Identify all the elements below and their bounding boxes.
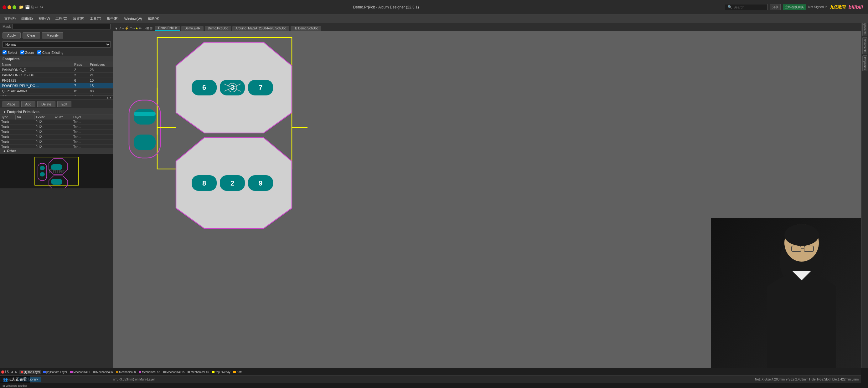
delete-button[interactable]: Delete	[37, 101, 55, 107]
layer-label-6: Mechanical 13	[142, 370, 160, 374]
right-tab-properties[interactable]: Properties	[862, 55, 867, 71]
tb-dot-icon[interactable]: •	[133, 27, 135, 30]
ft-pads-1: 2	[72, 73, 88, 77]
place-button[interactable]: Place	[2, 101, 20, 107]
tb-tag-icon[interactable]: ⊞	[146, 26, 149, 30]
tb-pencil-icon[interactable]: ✏	[139, 26, 142, 30]
magnify-button[interactable]: Magnify	[42, 32, 64, 38]
other-section-header[interactable]: ◄ Other	[0, 148, 113, 154]
tb-arc-icon[interactable]: ◠	[130, 26, 133, 30]
search-input[interactable]	[733, 5, 765, 9]
layer-mech6[interactable]: Mechanical 6	[92, 370, 114, 374]
ft-name-0: PANASONIC_D	[0, 67, 72, 72]
edit-button[interactable]: Edit	[57, 101, 71, 107]
layer-label-8: Mechanical 16	[191, 370, 209, 374]
layer-toplayer[interactable]: [1] Top Layer	[20, 370, 41, 374]
ft-name-1: PANASONIC_D - DU...	[0, 73, 72, 77]
pt-row-2[interactable]: Track 0.12... Top...	[0, 130, 113, 134]
nav-next[interactable]: ▶	[15, 370, 18, 374]
menu-project[interactable]: 工程(C)	[53, 15, 69, 22]
menu-tools[interactable]: 工具(T)	[87, 15, 104, 22]
pt-row-5[interactable]: Track 0.12... Top...	[0, 144, 113, 148]
checkbox-clear[interactable]: Clear Existing	[37, 51, 64, 55]
normal-select[interactable]: Normal	[2, 41, 111, 47]
ft-col-pads: Pads	[72, 62, 88, 67]
menu-edit[interactable]: 编辑(E)	[19, 15, 35, 22]
pt-col-layer: Layer	[72, 115, 94, 120]
tb-star-icon[interactable]: ★	[135, 26, 138, 30]
toolbar-icon-4[interactable]: ↩	[35, 5, 38, 9]
share-btn[interactable]: 分享	[770, 4, 781, 10]
svg-rect-28	[134, 109, 156, 125]
ft-prim-1: 21	[88, 73, 113, 77]
pt-row-4[interactable]: Track 0.12... Top...	[0, 139, 113, 144]
tb-filter-icon[interactable]: ▼	[115, 27, 118, 30]
svg-text:6: 6	[202, 84, 206, 91]
svg-rect-7	[51, 179, 62, 185]
apply-button[interactable]: Apply	[2, 32, 21, 38]
tb-wire-icon[interactable]: ⚡	[125, 26, 129, 30]
tab-pcbdoc[interactable]: Demo.PcbDoc	[205, 26, 231, 31]
layer-bottomlayer[interactable]: [2] Bottom Layer	[42, 370, 68, 374]
toolbar-icon-1[interactable]: 📁	[19, 5, 24, 9]
ft-row-3[interactable]: POWERSUPPLY_DC-... 7 15	[0, 83, 113, 89]
search-icon: 🔍	[728, 5, 732, 9]
window-title: Demo.PrjPcb - Altium Designer (22.3.1)	[47, 5, 725, 9]
toolbar-icon-3[interactable]: ⎘	[31, 5, 34, 9]
tab-demo-sch[interactable]: [1] Demo.SchDoc	[290, 26, 321, 31]
observer-bar: 👥 1人正在看	[0, 376, 30, 383]
observer-icon: 👥	[3, 377, 8, 382]
menu-view[interactable]: 视图(V)	[36, 15, 53, 22]
clear-button[interactable]: Clear	[23, 32, 40, 38]
nav-prev[interactable]: ◀	[11, 370, 13, 374]
layer-label-4: Mechanical 6	[96, 370, 113, 374]
ft-prim-2: 10	[88, 78, 113, 83]
ft-row-4[interactable]: QFP14X14-80-3 81 88	[0, 89, 113, 94]
layer-mech15[interactable]: Mechanical 15	[162, 370, 186, 374]
menu-place[interactable]: 放置(P)	[70, 15, 87, 22]
layer-mech13[interactable]: Mechanical 13	[137, 370, 161, 374]
layer-mech1[interactable]: Mechanical 1	[69, 370, 91, 374]
online-btn[interactable]: 立即在线购买	[783, 4, 806, 10]
pt-row-0[interactable]: Track 0.12... Top...	[0, 120, 113, 125]
min-btn[interactable]	[7, 5, 11, 9]
status-net: Net: X-Size:4.203mm Y-Size:2.403mm Hole …	[755, 378, 859, 381]
tab-pcblib[interactable]: Demo.PcbLib	[155, 26, 180, 31]
primitives-section-header[interactable]: ◄ Footprint Primitives	[0, 109, 113, 115]
tb-rect-icon[interactable]: ▭	[143, 26, 146, 30]
layer-mech8[interactable]: Mechanical 8	[115, 370, 137, 374]
menu-window[interactable]: Window(W)	[122, 16, 145, 21]
pt-row-1[interactable]: Track 0.12... Top...	[0, 125, 113, 130]
menu-reports[interactable]: 报告(R)	[104, 15, 121, 22]
add-button[interactable]: Add	[21, 101, 36, 107]
toolbar-icon-5[interactable]: ↪	[40, 5, 43, 9]
checkbox-zoom[interactable]: Zoom	[20, 51, 34, 55]
menu-file[interactable]: 文件(F)	[2, 15, 18, 22]
status-bar: X:5.461mm Y:2.667mm Grid: 0.127mm (Hotsp…	[0, 376, 861, 383]
tab-arduino[interactable]: Arduino_MEGA_2560-Rev3.SchDoc	[232, 26, 289, 31]
layer-mech16[interactable]: Mechanical 16	[186, 370, 210, 374]
layer-bott[interactable]: Bott...	[232, 370, 245, 374]
footprints-header: Footprints	[2, 57, 20, 61]
max-btn[interactable]	[12, 5, 16, 9]
svg-point-2	[40, 166, 45, 170]
mask-input[interactable]	[12, 24, 111, 29]
tab-err[interactable]: Demo.ERR	[181, 26, 204, 31]
layer-dot-2	[43, 371, 46, 373]
right-tab-comments[interactable]: Comments	[862, 37, 867, 54]
toolbar-icon-2[interactable]: 💾	[25, 5, 30, 9]
close-btn[interactable]	[2, 5, 6, 9]
pt-row-3[interactable]: Track 0.12... Top...	[0, 134, 113, 139]
checkbox-select[interactable]: Select	[2, 51, 17, 55]
layer-dot-10	[233, 371, 236, 373]
layer-topoverlay[interactable]: Top Overlay	[211, 370, 231, 374]
tb-cross-icon[interactable]: +	[122, 27, 124, 30]
menu-help[interactable]: 帮助(H)	[145, 15, 162, 22]
preview-svg	[29, 154, 85, 188]
tb-pointer-icon[interactable]: ↗	[119, 26, 122, 30]
ft-row-1[interactable]: PANASONIC_D - DU... 2 21	[0, 73, 113, 78]
ft-row-2[interactable]: PN61729 6 10	[0, 78, 113, 83]
svg-text:7: 7	[259, 84, 262, 91]
tb-layers-icon[interactable]: ⊟	[150, 26, 153, 30]
ft-row-0[interactable]: PANASONIC_D 2 23	[0, 67, 113, 73]
